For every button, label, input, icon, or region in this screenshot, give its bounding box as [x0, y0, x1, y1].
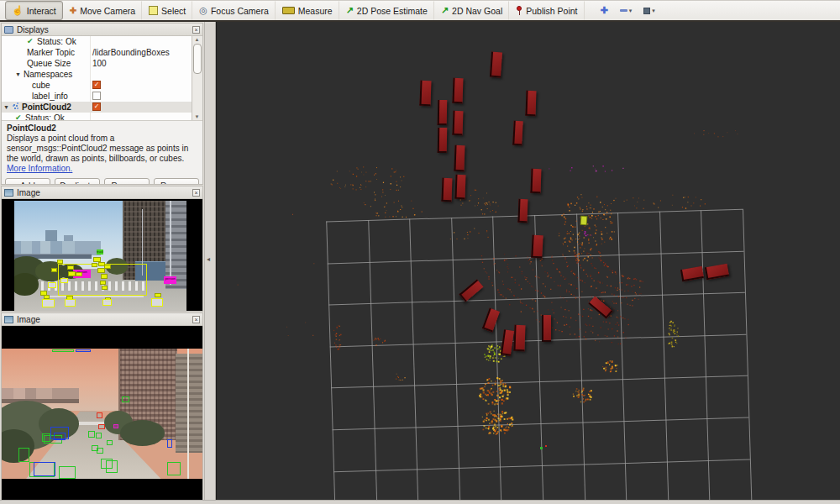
splitter-collapse-icon[interactable]: ◂ [207, 255, 210, 263]
detection-box [101, 274, 108, 279]
tool-measure[interactable]: Measure [276, 1, 339, 20]
detection-box [102, 299, 112, 306]
image1-titlebar: Image × [2, 186, 202, 199]
detection-box [113, 424, 118, 428]
tree-scrollbar[interactable]: ▲ ▼ [192, 36, 202, 120]
scroll-up-icon[interactable]: ▲ [192, 37, 202, 42]
image1-panel-title: Image [17, 188, 189, 197]
street-pole [170, 201, 171, 285]
duplicate-button[interactable]: Duplicate [55, 178, 100, 186]
more-information-link[interactable]: More Information. [7, 164, 72, 173]
tree-label: PointCloud2 [22, 102, 71, 113]
hand-icon: ☝ [12, 6, 24, 15]
add-button[interactable]: Add [5, 178, 50, 186]
tool-props-icon [643, 8, 650, 14]
detection-box [88, 431, 95, 438]
description-title: PointCloud2 [7, 123, 56, 133]
small-yellow-box-marker [580, 216, 588, 226]
detection-box [76, 272, 82, 276]
expander-icon[interactable]: ▼ [3, 102, 9, 113]
close-icon[interactable]: × [192, 316, 200, 323]
tool-label: Publish Point [526, 6, 577, 16]
detection-box [48, 282, 56, 288]
pointcloud-icon [13, 104, 15, 106]
toolbar-remove-tool-button[interactable]: ▾ [617, 6, 635, 16]
tree-label: Status: Ok [37, 36, 76, 47]
tool-2d-pose-estimate[interactable]: ↗2D Pose Estimate [339, 1, 434, 20]
toolbar-add-tool-button[interactable]: ✚ [598, 4, 611, 17]
panel-splitter[interactable]: ◂ [204, 22, 216, 501]
trees [120, 420, 165, 446]
display-description: PointCloud2 Displays a point cloud from … [2, 121, 202, 176]
detection-box: truck [97, 249, 103, 255]
tree-row-status-ok[interactable]: ✔Status: Ok [2, 113, 202, 121]
tool-label: 2D Pose Estimate [357, 6, 428, 16]
tree-row-pointcloud2[interactable]: ▼PointCloud2✓ [2, 102, 202, 113]
tree-label: Queue Size [27, 58, 71, 69]
image2-body [2, 326, 202, 500]
detection-box [106, 460, 118, 473]
tool-interact[interactable]: ☝Interact [5, 1, 63, 20]
toolbar: ☝Interact✚Move CameraSelect◎Focus Camera… [0, 0, 840, 22]
scroll-down-icon[interactable]: ▼ [192, 114, 202, 119]
image-panel-2: Image × [1, 312, 203, 501]
checkbox-PointCloud2[interactable]: ✓ [92, 102, 101, 111]
detection-box [104, 265, 111, 269]
status-ok-check-icon: ✔ [27, 36, 34, 47]
close-icon[interactable]: × [192, 189, 200, 197]
tree-label: Marker Topic [27, 47, 75, 58]
left-panel-column: Displays × ✔Status: OkMarker Topic/lidar… [0, 22, 204, 501]
detection-box [151, 298, 163, 307]
dropdown-icon: ▾ [629, 8, 633, 14]
detection-box: person [164, 276, 176, 284]
detection-box [67, 265, 74, 270]
checkbox-label_info[interactable] [92, 92, 101, 100]
tool-focus-camera[interactable]: ◎Focus Camera [192, 1, 275, 20]
rename-button[interactable]: Rename [154, 178, 199, 186]
detection-box [97, 448, 103, 454]
lidar-bounding-box [517, 199, 528, 223]
status-ok-check-icon: ✔ [15, 113, 22, 121]
display-panel-icon [4, 26, 13, 34]
detection-box [122, 396, 129, 402]
tree-row-queue-size[interactable]: Queue Size100 [2, 58, 202, 69]
detection-box [65, 299, 76, 307]
lidar-bounding-box [530, 168, 541, 192]
tool-select[interactable]: Select [142, 1, 192, 20]
trees [14, 273, 39, 295]
scrollbar-thumb[interactable] [193, 44, 202, 74]
select-icon [149, 6, 158, 15]
tree-row-namespaces[interactable]: ▼Namespaces [2, 69, 202, 80]
rviz-window: ☝Interact✚Move CameraSelect◎Focus Camera… [0, 0, 840, 504]
tree-row-cube[interactable]: cube✓ [2, 80, 202, 91]
tree-row-marker-topic[interactable]: Marker Topic/lidarBoundingBoxes [2, 47, 202, 58]
minus-icon [620, 9, 627, 12]
tree-row-status-ok[interactable]: ✔Status: Ok [2, 36, 202, 47]
remove-button[interactable]: Remove [104, 178, 150, 186]
detection-box [34, 462, 55, 476]
close-icon[interactable]: × [192, 26, 200, 34]
image-panel-1: Image × [1, 186, 203, 312]
image-panel-icon [4, 189, 13, 197]
tool-2d-nav-goal[interactable]: ↗2D Nav Goal [434, 1, 509, 20]
tree-row-label-info[interactable]: label_info [2, 91, 202, 102]
window-bottom-edge [0, 500, 840, 504]
tool-move-camera[interactable]: ✚Move Camera [63, 1, 142, 20]
tool-label: 2D Nav Goal [452, 6, 502, 16]
detection-box [92, 263, 97, 267]
lidar-bounding-box [542, 315, 551, 342]
camera-image-2 [2, 349, 202, 479]
expander-icon[interactable]: ▼ [15, 69, 21, 80]
detection-box [54, 433, 66, 440]
detection-box [102, 286, 108, 290]
detection-box [76, 349, 91, 352]
checkbox-cube[interactable]: ✓ [92, 81, 101, 89]
point-pin-icon [516, 5, 522, 16]
tool-publish-point[interactable]: Publish Point [509, 1, 584, 20]
detection-box [100, 281, 106, 285]
detection-box [97, 412, 102, 418]
3d-viewport[interactable] [216, 22, 840, 501]
displays-buttons-row: AddDuplicateRemoveRename [2, 176, 202, 185]
measure-icon [282, 7, 295, 14]
toolbar-tool-properties-button[interactable]: ▾ [641, 6, 658, 16]
